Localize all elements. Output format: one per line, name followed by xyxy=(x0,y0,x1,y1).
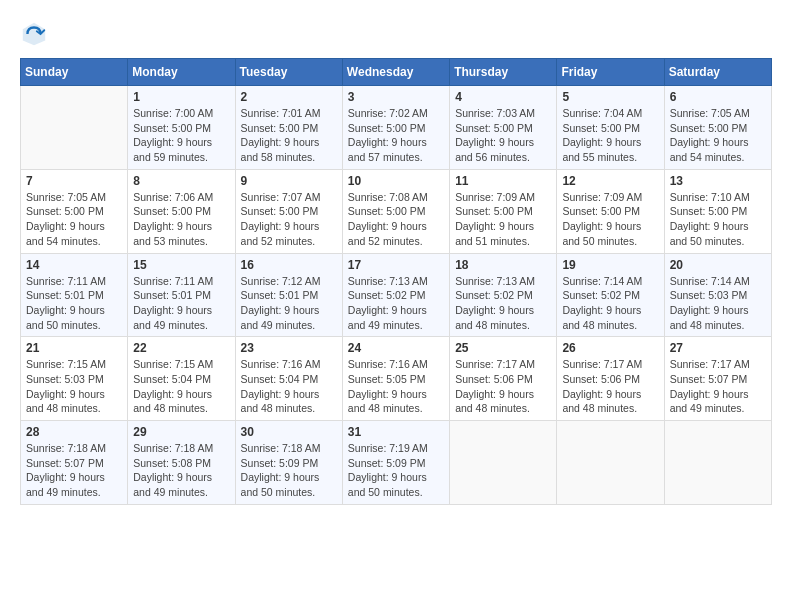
day-info: Sunrise: 7:16 AM Sunset: 5:05 PM Dayligh… xyxy=(348,357,444,416)
header-wednesday: Wednesday xyxy=(342,59,449,86)
day-number: 17 xyxy=(348,258,444,272)
calendar-cell: 5Sunrise: 7:04 AM Sunset: 5:00 PM Daylig… xyxy=(557,86,664,170)
week-row-2: 14Sunrise: 7:11 AM Sunset: 5:01 PM Dayli… xyxy=(21,253,772,337)
header-thursday: Thursday xyxy=(450,59,557,86)
calendar-cell xyxy=(21,86,128,170)
day-info: Sunrise: 7:11 AM Sunset: 5:01 PM Dayligh… xyxy=(26,274,122,333)
calendar-cell: 31Sunrise: 7:19 AM Sunset: 5:09 PM Dayli… xyxy=(342,421,449,505)
day-info: Sunrise: 7:10 AM Sunset: 5:00 PM Dayligh… xyxy=(670,190,766,249)
day-info: Sunrise: 7:14 AM Sunset: 5:03 PM Dayligh… xyxy=(670,274,766,333)
week-row-1: 7Sunrise: 7:05 AM Sunset: 5:00 PM Daylig… xyxy=(21,169,772,253)
day-number: 22 xyxy=(133,341,229,355)
calendar-cell: 12Sunrise: 7:09 AM Sunset: 5:00 PM Dayli… xyxy=(557,169,664,253)
header-row: SundayMondayTuesdayWednesdayThursdayFrid… xyxy=(21,59,772,86)
logo-icon xyxy=(20,20,48,48)
calendar-cell: 27Sunrise: 7:17 AM Sunset: 5:07 PM Dayli… xyxy=(664,337,771,421)
calendar-cell: 15Sunrise: 7:11 AM Sunset: 5:01 PM Dayli… xyxy=(128,253,235,337)
day-number: 19 xyxy=(562,258,658,272)
day-number: 11 xyxy=(455,174,551,188)
header-saturday: Saturday xyxy=(664,59,771,86)
day-number: 7 xyxy=(26,174,122,188)
day-info: Sunrise: 7:12 AM Sunset: 5:01 PM Dayligh… xyxy=(241,274,337,333)
day-number: 20 xyxy=(670,258,766,272)
calendar-cell: 25Sunrise: 7:17 AM Sunset: 5:06 PM Dayli… xyxy=(450,337,557,421)
day-number: 29 xyxy=(133,425,229,439)
calendar-cell: 16Sunrise: 7:12 AM Sunset: 5:01 PM Dayli… xyxy=(235,253,342,337)
calendar-cell: 24Sunrise: 7:16 AM Sunset: 5:05 PM Dayli… xyxy=(342,337,449,421)
calendar-cell: 14Sunrise: 7:11 AM Sunset: 5:01 PM Dayli… xyxy=(21,253,128,337)
calendar-cell: 4Sunrise: 7:03 AM Sunset: 5:00 PM Daylig… xyxy=(450,86,557,170)
day-info: Sunrise: 7:14 AM Sunset: 5:02 PM Dayligh… xyxy=(562,274,658,333)
day-number: 6 xyxy=(670,90,766,104)
calendar-cell: 20Sunrise: 7:14 AM Sunset: 5:03 PM Dayli… xyxy=(664,253,771,337)
day-number: 21 xyxy=(26,341,122,355)
calendar-cell: 29Sunrise: 7:18 AM Sunset: 5:08 PM Dayli… xyxy=(128,421,235,505)
calendar-cell xyxy=(557,421,664,505)
calendar-cell: 10Sunrise: 7:08 AM Sunset: 5:00 PM Dayli… xyxy=(342,169,449,253)
header-sunday: Sunday xyxy=(21,59,128,86)
day-info: Sunrise: 7:08 AM Sunset: 5:00 PM Dayligh… xyxy=(348,190,444,249)
day-number: 1 xyxy=(133,90,229,104)
day-info: Sunrise: 7:18 AM Sunset: 5:07 PM Dayligh… xyxy=(26,441,122,500)
day-number: 14 xyxy=(26,258,122,272)
day-number: 9 xyxy=(241,174,337,188)
day-info: Sunrise: 7:05 AM Sunset: 5:00 PM Dayligh… xyxy=(670,106,766,165)
day-number: 23 xyxy=(241,341,337,355)
day-number: 16 xyxy=(241,258,337,272)
day-info: Sunrise: 7:05 AM Sunset: 5:00 PM Dayligh… xyxy=(26,190,122,249)
calendar-cell: 3Sunrise: 7:02 AM Sunset: 5:00 PM Daylig… xyxy=(342,86,449,170)
day-info: Sunrise: 7:11 AM Sunset: 5:01 PM Dayligh… xyxy=(133,274,229,333)
day-info: Sunrise: 7:03 AM Sunset: 5:00 PM Dayligh… xyxy=(455,106,551,165)
calendar-cell: 11Sunrise: 7:09 AM Sunset: 5:00 PM Dayli… xyxy=(450,169,557,253)
day-number: 10 xyxy=(348,174,444,188)
day-info: Sunrise: 7:09 AM Sunset: 5:00 PM Dayligh… xyxy=(455,190,551,249)
day-number: 12 xyxy=(562,174,658,188)
day-info: Sunrise: 7:13 AM Sunset: 5:02 PM Dayligh… xyxy=(348,274,444,333)
calendar-cell: 23Sunrise: 7:16 AM Sunset: 5:04 PM Dayli… xyxy=(235,337,342,421)
calendar-cell: 6Sunrise: 7:05 AM Sunset: 5:00 PM Daylig… xyxy=(664,86,771,170)
day-info: Sunrise: 7:17 AM Sunset: 5:07 PM Dayligh… xyxy=(670,357,766,416)
week-row-3: 21Sunrise: 7:15 AM Sunset: 5:03 PM Dayli… xyxy=(21,337,772,421)
day-info: Sunrise: 7:00 AM Sunset: 5:00 PM Dayligh… xyxy=(133,106,229,165)
day-number: 4 xyxy=(455,90,551,104)
day-number: 27 xyxy=(670,341,766,355)
day-info: Sunrise: 7:07 AM Sunset: 5:00 PM Dayligh… xyxy=(241,190,337,249)
calendar-cell: 1Sunrise: 7:00 AM Sunset: 5:00 PM Daylig… xyxy=(128,86,235,170)
day-number: 15 xyxy=(133,258,229,272)
calendar-cell xyxy=(450,421,557,505)
calendar-cell: 8Sunrise: 7:06 AM Sunset: 5:00 PM Daylig… xyxy=(128,169,235,253)
day-number: 5 xyxy=(562,90,658,104)
day-number: 26 xyxy=(562,341,658,355)
day-info: Sunrise: 7:02 AM Sunset: 5:00 PM Dayligh… xyxy=(348,106,444,165)
calendar-cell: 18Sunrise: 7:13 AM Sunset: 5:02 PM Dayli… xyxy=(450,253,557,337)
calendar-cell: 28Sunrise: 7:18 AM Sunset: 5:07 PM Dayli… xyxy=(21,421,128,505)
calendar-cell: 17Sunrise: 7:13 AM Sunset: 5:02 PM Dayli… xyxy=(342,253,449,337)
calendar-cell: 9Sunrise: 7:07 AM Sunset: 5:00 PM Daylig… xyxy=(235,169,342,253)
day-info: Sunrise: 7:15 AM Sunset: 5:03 PM Dayligh… xyxy=(26,357,122,416)
day-info: Sunrise: 7:18 AM Sunset: 5:09 PM Dayligh… xyxy=(241,441,337,500)
day-number: 3 xyxy=(348,90,444,104)
header-friday: Friday xyxy=(557,59,664,86)
calendar-cell: 2Sunrise: 7:01 AM Sunset: 5:00 PM Daylig… xyxy=(235,86,342,170)
calendar-cell: 21Sunrise: 7:15 AM Sunset: 5:03 PM Dayli… xyxy=(21,337,128,421)
calendar-header: SundayMondayTuesdayWednesdayThursdayFrid… xyxy=(21,59,772,86)
calendar-cell: 26Sunrise: 7:17 AM Sunset: 5:06 PM Dayli… xyxy=(557,337,664,421)
day-info: Sunrise: 7:17 AM Sunset: 5:06 PM Dayligh… xyxy=(455,357,551,416)
day-info: Sunrise: 7:17 AM Sunset: 5:06 PM Dayligh… xyxy=(562,357,658,416)
day-number: 31 xyxy=(348,425,444,439)
day-number: 28 xyxy=(26,425,122,439)
day-info: Sunrise: 7:19 AM Sunset: 5:09 PM Dayligh… xyxy=(348,441,444,500)
day-info: Sunrise: 7:13 AM Sunset: 5:02 PM Dayligh… xyxy=(455,274,551,333)
day-number: 2 xyxy=(241,90,337,104)
calendar-cell: 7Sunrise: 7:05 AM Sunset: 5:00 PM Daylig… xyxy=(21,169,128,253)
day-number: 25 xyxy=(455,341,551,355)
day-number: 18 xyxy=(455,258,551,272)
page-header xyxy=(20,20,772,48)
day-number: 30 xyxy=(241,425,337,439)
calendar-body: 1Sunrise: 7:00 AM Sunset: 5:00 PM Daylig… xyxy=(21,86,772,505)
day-info: Sunrise: 7:18 AM Sunset: 5:08 PM Dayligh… xyxy=(133,441,229,500)
calendar-cell: 13Sunrise: 7:10 AM Sunset: 5:00 PM Dayli… xyxy=(664,169,771,253)
logo xyxy=(20,20,52,48)
day-info: Sunrise: 7:16 AM Sunset: 5:04 PM Dayligh… xyxy=(241,357,337,416)
calendar-cell xyxy=(664,421,771,505)
